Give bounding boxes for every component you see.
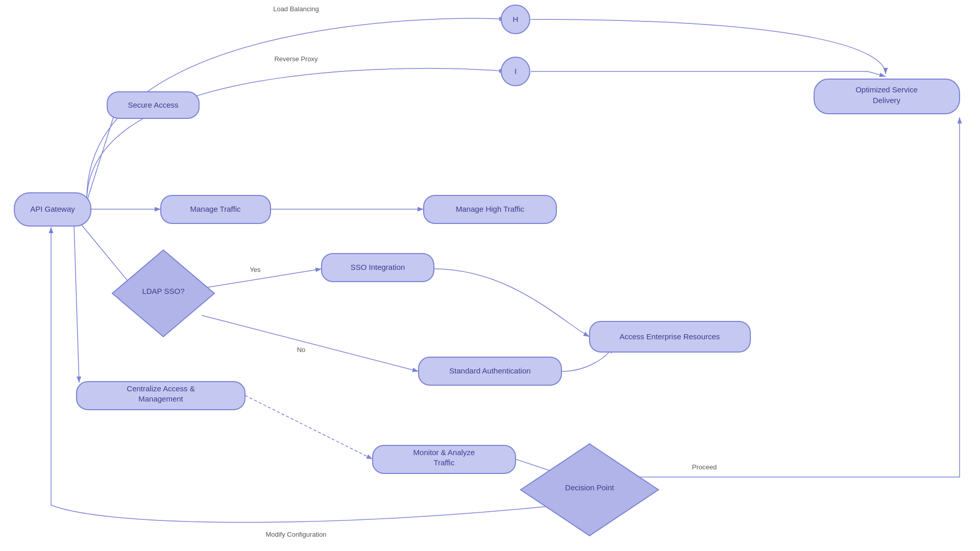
optimized-label-2: Delivery <box>873 96 901 105</box>
edge-api-ldap <box>79 222 132 286</box>
edge-label-load-balancing: Load Balancing <box>273 5 319 13</box>
edge-sso-enterprise <box>434 269 590 337</box>
ldap-sso-label: LDAP SSO? <box>142 287 184 295</box>
optimized-label-1: Optimized Service <box>855 85 918 94</box>
edge-h-optimized <box>531 19 886 74</box>
edge-i-optimized <box>531 71 886 77</box>
manage-high-traffic-label: Manage High Traffic <box>456 205 524 213</box>
monitor-analyze-label-1: Monitor & Analyze <box>413 448 475 457</box>
node-h-label: H <box>513 15 519 23</box>
edge-api-secure <box>87 105 117 202</box>
node-i-label: I <box>514 67 517 76</box>
secure-access-label: Secure Access <box>128 101 178 109</box>
decision-point-label: Decision Point <box>565 483 615 492</box>
edge-api-centralize <box>74 224 79 383</box>
sso-integration-label: SSO Integration <box>351 263 405 271</box>
edge-centralize-monitor <box>245 395 373 459</box>
edge-label-yes: Yes <box>250 266 261 273</box>
monitor-analyze-label-2: Traffic <box>434 458 455 467</box>
edge-label-proceed: Proceed <box>692 463 717 471</box>
edge-reverse-proxy <box>87 68 505 202</box>
edge-label-no: No <box>297 346 306 354</box>
standard-auth-label: Standard Authentication <box>449 366 530 375</box>
access-enterprise-label: Access Enterprise Resources <box>620 332 720 341</box>
centralize-label-1: Centralize Access & <box>127 384 194 393</box>
edge-decision-optimized <box>633 117 960 477</box>
centralize-label-2: Management <box>138 394 183 403</box>
edge-ldap-standard <box>202 315 419 371</box>
manage-traffic-label: Manage Traffic <box>190 205 241 213</box>
edge-label-reverse-proxy: Reverse Proxy <box>274 55 318 63</box>
api-gateway-label: API Gateway <box>30 205 75 213</box>
edge-ldap-sso <box>202 269 322 288</box>
edge-label-modify: Modify Configuration <box>265 531 326 538</box>
